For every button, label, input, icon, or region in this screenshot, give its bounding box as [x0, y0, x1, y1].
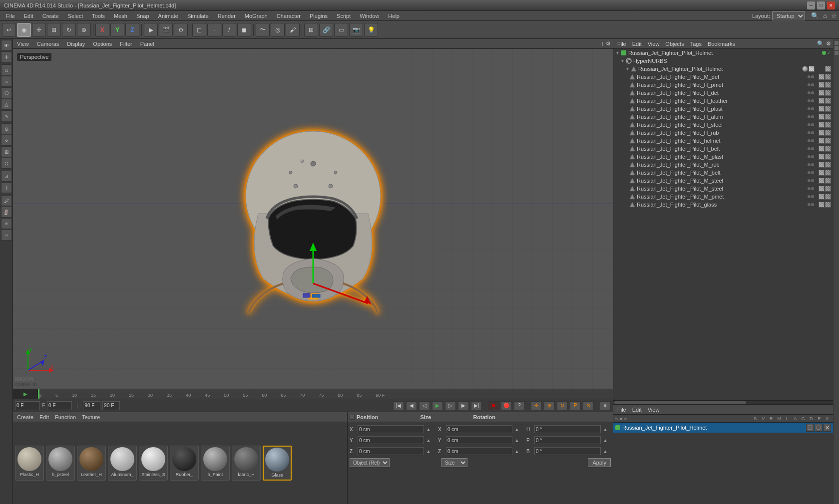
autokey-button[interactable]: 🔴 [501, 401, 512, 410]
size-y-arrow[interactable]: ▲ [514, 438, 522, 443]
cylinder-button[interactable]: ⬡ [1, 87, 12, 98]
deformer-button[interactable]: ⋄ [1, 135, 12, 146]
pos-y-field[interactable] [358, 436, 424, 444]
rp-menu-objects[interactable]: Objects [663, 41, 686, 47]
grid-button[interactable]: ⊞ [304, 23, 318, 37]
record-button[interactable]: ⏺ [488, 401, 499, 410]
menu-select[interactable]: Select [64, 12, 87, 20]
frame-offset-field[interactable] [47, 401, 72, 410]
camera-button[interactable]: 📷 [349, 23, 363, 37]
size-y-field[interactable] [446, 436, 512, 444]
pos-y-arrow[interactable]: ▲ [426, 438, 434, 443]
rp-search-icon[interactable]: 🔍 [817, 40, 824, 47]
tree-row-obj12[interactable]: Russian_Jet_Fighter_Pilot_M_rub [613, 161, 833, 169]
size-mode-dropdown[interactable]: Size Scale [441, 458, 467, 467]
rotate-key-button[interactable]: ↻ [557, 401, 568, 410]
next-key-button[interactable]: ▷ [445, 401, 456, 410]
camera-nav-button[interactable]: 👁 [1, 40, 12, 51]
mat-menu-edit[interactable]: Edit [37, 414, 51, 420]
minimize-button[interactable]: ─ [807, 1, 815, 9]
menu-file[interactable]: File [2, 12, 19, 20]
menu-mesh[interactable]: Mesh [110, 12, 131, 20]
rp-menu-tags[interactable]: Tags [688, 41, 704, 47]
mat-menu-create[interactable]: Create [15, 414, 35, 420]
rp-settings-icon[interactable]: ⚙ [826, 40, 831, 47]
y-axis-button[interactable]: Y [110, 23, 124, 37]
box-button[interactable]: □ [1, 64, 12, 75]
rp-bottom-menu-file[interactable]: File [615, 407, 628, 413]
light-button[interactable]: 💡 [364, 23, 378, 37]
prop-btn-1[interactable] [806, 424, 814, 432]
rotate-tool[interactable]: ↻ [62, 23, 76, 37]
maxon-button[interactable]: M [1, 230, 12, 241]
mograph-button[interactable]: ⊞ [1, 146, 12, 157]
tree-row-hyper[interactable]: ▼ HyperNURBS [613, 57, 833, 65]
timeline-ruler[interactable]: 0 5 10 15 20 25 30 35 40 45 50 55 60 65 … [38, 389, 613, 399]
move-key-button[interactable]: ✛ [531, 401, 542, 410]
undo-button[interactable]: ↩ [2, 23, 16, 37]
vp-menu-display[interactable]: Display [65, 41, 87, 47]
z-axis-button[interactable]: Z [125, 23, 139, 37]
next-frame-button[interactable]: ▶ [458, 401, 469, 410]
pos-x-field[interactable] [358, 425, 424, 433]
play-button[interactable]: ▶ [432, 401, 443, 410]
tree-row-obj10[interactable]: Russian_Jet_Fighter_Pilot_H_belt [613, 145, 833, 153]
spline-button[interactable]: ∿ [1, 110, 12, 121]
menu-simulate[interactable]: Simulate [183, 12, 213, 20]
size-x-arrow[interactable]: ▲ [514, 427, 522, 432]
all-key-button[interactable]: ⊙ [583, 401, 594, 410]
size-x-field[interactable] [446, 425, 512, 433]
timeline-button[interactable]: ≡ [600, 401, 611, 410]
point-mode-button[interactable]: · [207, 23, 221, 37]
nurbs-button[interactable]: ⊙ [1, 123, 12, 134]
menu-edit[interactable]: Edit [20, 12, 37, 20]
constraint-button[interactable]: ⌇ [1, 182, 12, 193]
poly-mode-button[interactable]: ◼ [237, 23, 251, 37]
material-leather[interactable]: Leather_H [77, 446, 106, 481]
poly-button[interactable]: △ [1, 99, 12, 110]
material-aluminum[interactable]: Aluminum_ [108, 446, 137, 481]
tree-row-obj7[interactable]: Russian_Jet_Fighter_Pilot_H_steel [613, 121, 833, 129]
material-fabric[interactable]: fabric_H [232, 446, 261, 481]
edge-btn-3[interactable] [835, 51, 839, 55]
tree-scrollbar-thumb-h[interactable] [614, 401, 746, 404]
menu-window[interactable]: Window [356, 12, 383, 20]
help-button[interactable]: ? [514, 401, 525, 410]
maximize-button[interactable]: □ [817, 1, 825, 9]
mat-menu-texture[interactable]: Texture [80, 414, 102, 420]
prev-key-button[interactable]: ◁ [419, 401, 430, 410]
menu-mograph[interactable]: MoGraph [241, 12, 272, 20]
select-tool[interactable]: ◉ [17, 23, 31, 37]
render-view-button[interactable]: 🎬 [159, 23, 173, 37]
soft-sel-button[interactable]: ◎ [271, 23, 285, 37]
render-button[interactable]: ▶ [144, 23, 158, 37]
mat-menu-function[interactable]: Function [53, 414, 78, 420]
size-z-arrow[interactable]: ▲ [514, 449, 522, 454]
scale-tool[interactable]: ⊞ [47, 23, 61, 37]
vp-menu-panel[interactable]: Panel [138, 41, 156, 47]
menu-help[interactable]: Help [384, 12, 404, 20]
menu-plugins[interactable]: Plugins [306, 12, 332, 20]
tree-row-obj2[interactable]: Russian_Jet_Fighter_Pilot_H_pmet [613, 81, 833, 89]
rot-h-arrow[interactable]: ▲ [603, 427, 611, 432]
move-tool[interactable]: ✛ [32, 23, 46, 37]
tree-row-obj17[interactable]: Russian_Jet_Fighter_Pilot_glass [613, 201, 833, 209]
hair-button[interactable]: ≡ [1, 218, 12, 229]
tree-row-obj1[interactable]: Russian_Jet_Fighter_Pilot_M_def [613, 73, 833, 81]
tree-row-obj0[interactable]: ▼ Russian_Jet_Fighter_Pilot_Helmet [613, 65, 833, 73]
edge-btn-2[interactable] [835, 46, 839, 50]
max-frame-field[interactable] [102, 401, 120, 410]
search-icon[interactable]: 🔍 [811, 12, 819, 19]
material-paint[interactable]: h_Paint [201, 446, 230, 481]
material-rubber[interactable]: Rubber_ [170, 446, 199, 481]
end-frame-field[interactable] [83, 401, 100, 410]
home-icon[interactable]: ⌂ [823, 12, 827, 19]
param-key-button[interactable]: P [570, 401, 581, 410]
viewport-canvas[interactable]: Perspective [13, 49, 613, 389]
joint-button[interactable]: ⊿ [1, 171, 12, 182]
object-tree[interactable]: ▼ Russian_Jet_Fighter_Pilot_Helmet ✓ ▼ H… [613, 49, 833, 400]
menu-tools[interactable]: Tools [88, 12, 109, 20]
rot-p-field[interactable] [534, 436, 601, 444]
rp-menu-edit[interactable]: Edit [630, 41, 644, 47]
rp-menu-file[interactable]: File [615, 41, 628, 47]
